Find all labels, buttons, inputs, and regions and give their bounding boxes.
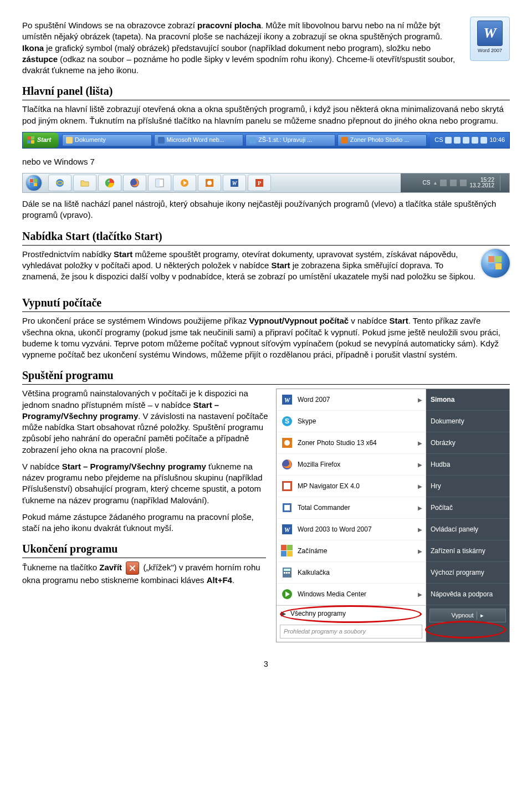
windows-flag-icon: [488, 256, 503, 270]
search-input[interactable]: Prohledat programy a soubory: [280, 625, 422, 638]
volume-icon[interactable]: [460, 180, 467, 186]
label: MP Navigator EX 4.0: [298, 482, 360, 491]
ff-icon: [281, 458, 293, 471]
bold: Vypnout/Vypnout počítač: [249, 316, 349, 325]
chevron-right-icon: ▶: [418, 526, 422, 534]
word-2007-icon: W Word 2007: [470, 17, 510, 61]
windows-flag-icon: [27, 136, 35, 144]
start-menu-item[interactable]: Zoner Photo Studio 13 x64▶: [277, 432, 426, 454]
start-menu-right-item[interactable]: Výchozí programy: [426, 562, 509, 584]
win7-pinned-apps: W P: [45, 173, 274, 192]
word-icon: W: [281, 523, 293, 535]
start-menu-right-item[interactable]: Hudba: [426, 454, 509, 476]
xp-task-word[interactable]: Microsoft Word neb...: [154, 134, 244, 146]
svg-rect-48: [284, 569, 290, 571]
xp-taskbar: Start Dokumenty Microsoft Word neb... ZŠ…: [22, 132, 510, 149]
shutdown-button[interactable]: Vypnout▸: [429, 609, 506, 622]
label: Kalkulačka: [298, 568, 330, 577]
lang-indicator[interactable]: CS: [423, 179, 431, 187]
label: Všechny programy: [290, 609, 346, 618]
svg-rect-44: [287, 545, 293, 550]
skype-icon: S: [281, 415, 293, 427]
start-menu-right-item[interactable]: Hry: [426, 476, 509, 497]
tray-icon[interactable]: [463, 137, 469, 144]
label: Dokumenty: [75, 136, 106, 144]
word-icon: W: [229, 178, 239, 188]
wmc-icon: [281, 588, 293, 600]
win7-start-button[interactable]: [23, 173, 45, 192]
start-menu-item[interactable]: MP Navigator EX 4.0▶: [277, 476, 426, 497]
start-menu-item[interactable]: Kalkulačka: [277, 562, 426, 584]
text: Po spuštění Windows se na obrazovce zobr…: [22, 21, 197, 30]
pin-wmp[interactable]: [173, 175, 196, 191]
chevron-right-icon: ▶: [281, 609, 286, 618]
xp-task-zs[interactable]: ZŠ-1.st.: Upravuji ...: [245, 134, 335, 146]
tray-icon[interactable]: [480, 137, 487, 144]
ie-icon: [55, 178, 65, 188]
svg-rect-28: [488, 263, 494, 269]
pin-word[interactable]: W: [223, 175, 246, 191]
svg-rect-5: [34, 179, 37, 182]
all-programs-item[interactable]: ▶Všechny programy: [277, 605, 426, 621]
label: Zoner Photo Studio 13 x64: [298, 438, 377, 447]
start-menu-right-item[interactable]: Obrázky: [426, 432, 509, 454]
pin-chrome[interactable]: [98, 175, 121, 191]
tray-icon[interactable]: [445, 137, 452, 144]
label: Ovládací panely: [431, 525, 478, 534]
win7-taskbar: W P CS ▴ 15:22 13.2.2012: [22, 173, 510, 193]
start-menu-right-item[interactable]: Ovládací panely: [426, 519, 509, 540]
pin-firefox[interactable]: [123, 175, 146, 191]
svg-rect-3: [31, 140, 34, 144]
text: V nabídce: [22, 462, 62, 471]
calc-icon: [281, 566, 293, 579]
start-orb-illustration: [481, 249, 510, 278]
start-menu-right-item[interactable]: Simona: [426, 389, 509, 411]
word-glyph: W: [477, 21, 503, 46]
chevron-right-icon[interactable]: ▸: [477, 611, 484, 620]
flag-tray-icon[interactable]: [440, 180, 447, 186]
label: Hudba: [431, 460, 450, 469]
pin-tc[interactable]: [148, 175, 171, 191]
label: Obrázky: [431, 438, 456, 447]
xp-task-dokumenty[interactable]: Dokumenty: [62, 134, 152, 146]
svg-rect-14: [156, 179, 160, 187]
pin-ie[interactable]: [48, 175, 71, 191]
xp-task-zps[interactable]: Zoner Photo Studio ...: [337, 134, 427, 146]
start-menu-item[interactable]: Začínáme▶: [277, 540, 426, 562]
label: Total Commander: [298, 503, 350, 512]
label: Nápověda a podpora: [431, 590, 493, 599]
start-menu-right-item[interactable]: Dokumenty: [426, 411, 509, 432]
flag-icon: [281, 545, 293, 557]
start-menu-screenshot: WWord 2007▶SSkypeZoner Photo Studio 13 x…: [276, 389, 510, 642]
svg-point-8: [56, 179, 64, 187]
heading-ukonceni: Ukončení programu: [22, 542, 266, 558]
pin-ppt[interactable]: P: [248, 175, 271, 191]
tc-icon: [281, 502, 293, 514]
label: Mozilla Firefox: [298, 460, 340, 469]
start-menu-right-item[interactable]: Zařízení a tiskárny: [426, 540, 509, 562]
pin-explorer[interactable]: [73, 175, 96, 191]
network-icon[interactable]: [450, 180, 457, 186]
pin-zps[interactable]: [198, 175, 221, 191]
tray-icon[interactable]: [454, 137, 461, 144]
text: v nabídce: [349, 316, 389, 325]
start-menu-item[interactable]: Windows Media Center▶: [277, 584, 426, 605]
start-menu-right-item[interactable]: Nápověda a podpora: [426, 584, 509, 605]
xp-lang[interactable]: CS: [434, 136, 443, 144]
svg-rect-4: [30, 179, 33, 182]
start-menu-right-item[interactable]: Počítač: [426, 497, 509, 519]
svg-rect-51: [288, 572, 290, 574]
x-icon: [129, 564, 136, 572]
start-menu-item[interactable]: Total Commander▶: [277, 497, 426, 519]
start-menu-item[interactable]: Mozilla Firefox▶: [277, 454, 426, 476]
show-desktop-button[interactable]: [500, 175, 505, 191]
chevron-right-icon: ▶: [418, 461, 422, 469]
text: Ťukneme na tlačítko: [22, 563, 99, 572]
word-caption: Word 2007: [470, 47, 509, 54]
start-menu-item[interactable]: WWord 2003 to Word 2007▶: [277, 519, 426, 540]
label: Dokumenty: [431, 417, 464, 426]
tray-icon[interactable]: [472, 137, 478, 144]
start-menu-item[interactable]: WWord 2007▶: [277, 389, 426, 411]
start-menu-item[interactable]: SSkype: [277, 411, 426, 432]
xp-start-button[interactable]: Start: [23, 132, 59, 148]
